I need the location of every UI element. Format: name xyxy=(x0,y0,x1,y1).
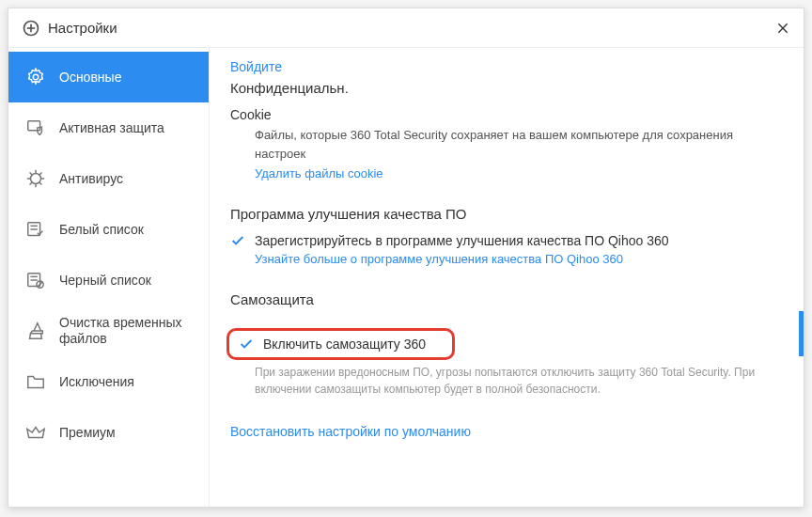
sidebar-item-label: Активная защита xyxy=(59,120,164,136)
virus-icon xyxy=(25,168,46,189)
folder-icon xyxy=(25,371,46,392)
close-button[interactable] xyxy=(775,21,790,36)
delete-cookies-link[interactable]: Удалить файлы cookie xyxy=(255,166,383,180)
svg-line-13 xyxy=(39,182,42,185)
gear-icon xyxy=(25,67,46,87)
sidebar-item-blacklist[interactable]: Черный список xyxy=(8,255,209,306)
improvement-heading: Программа улучшения качества ПО xyxy=(230,206,777,222)
checkmark-icon xyxy=(239,337,254,352)
selfprotect-description: При заражении вредоносным ПО, угрозы поп… xyxy=(255,364,777,398)
sidebar-item-premium[interactable]: Премиум xyxy=(8,407,209,458)
selfprotect-checkbox-row[interactable]: Включить самозащиту 360 xyxy=(226,328,455,360)
sidebar-item-label: Белый список xyxy=(59,222,144,238)
sidebar-item-general[interactable]: Основные xyxy=(8,52,209,102)
sidebar-item-label: Черный список xyxy=(59,273,151,289)
window-body: Основные Активная защита xyxy=(8,48,804,507)
scroll-marker[interactable] xyxy=(799,311,804,356)
sidebar-item-label: Премиум xyxy=(59,425,116,441)
sidebar-item-label: Антивирус xyxy=(59,171,123,187)
svg-line-14 xyxy=(30,182,33,185)
sidebar-item-label: Очистка временных файлов xyxy=(59,315,192,347)
login-link[interactable]: Войдите xyxy=(230,59,777,74)
checkmark-icon xyxy=(230,233,245,248)
restore-defaults-link[interactable]: Восстановить настройки по умолчанию xyxy=(230,424,471,439)
crown-icon xyxy=(25,422,46,443)
broom-icon xyxy=(25,321,46,341)
app-icon xyxy=(22,19,40,38)
sidebar-item-label: Основные xyxy=(59,70,121,86)
svg-point-5 xyxy=(33,74,39,80)
list-block-icon xyxy=(25,270,46,290)
sidebar-item-label: Исключения xyxy=(59,374,134,390)
cookie-label: Cookie xyxy=(230,107,777,122)
settings-window: Настройки Основные xyxy=(8,8,804,508)
sidebar-item-exclusions[interactable]: Исключения xyxy=(8,356,209,407)
svg-line-12 xyxy=(30,173,33,176)
sidebar: Основные Активная защита xyxy=(8,48,210,507)
shield-window-icon xyxy=(25,118,46,138)
svg-line-15 xyxy=(39,173,42,176)
sidebar-item-whitelist[interactable]: Белый список xyxy=(8,204,209,255)
list-check-icon xyxy=(25,219,46,240)
cookie-description: Файлы, которые 360 Total Security сохран… xyxy=(255,126,777,163)
sidebar-item-cleanup[interactable]: Очистка временных файлов xyxy=(8,306,209,356)
selfprotect-checkbox-label: Включить самозащиту 360 xyxy=(263,337,426,352)
svg-rect-6 xyxy=(28,121,40,131)
window-title: Настройки xyxy=(48,20,775,36)
content-panel: Войдите Конфиденциальн. Cookie Файлы, ко… xyxy=(210,48,804,507)
sidebar-item-antivirus[interactable]: Антивирус xyxy=(8,153,209,204)
sidebar-item-active-protection[interactable]: Активная защита xyxy=(8,102,209,153)
selfprotect-heading: Самозащита xyxy=(230,291,777,307)
privacy-heading: Конфиденциальн. xyxy=(230,80,777,96)
improvement-checkbox-row[interactable]: Зарегистрируйтесь в программе улучшения … xyxy=(230,233,777,248)
improvement-learn-more-link[interactable]: Узнайте больше о программе улучшения кач… xyxy=(255,252,623,266)
improvement-checkbox-label: Зарегистрируйтесь в программе улучшения … xyxy=(255,233,669,248)
titlebar: Настройки xyxy=(8,8,804,48)
